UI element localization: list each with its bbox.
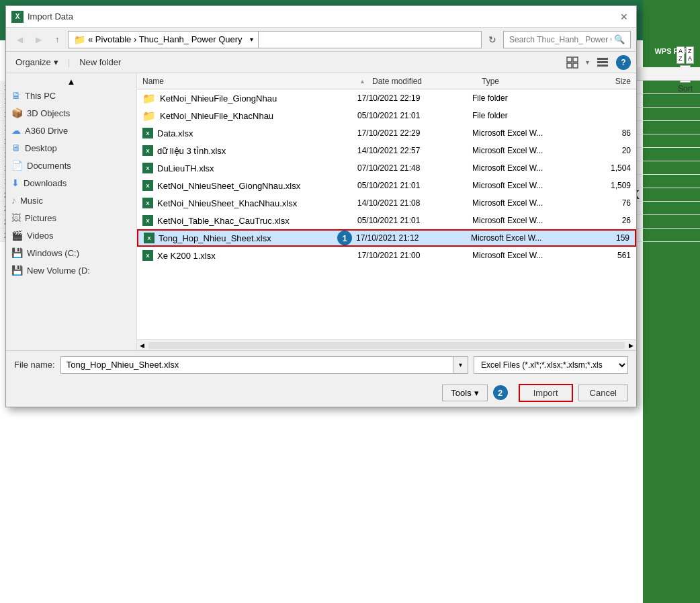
file-row[interactable]: X Xe K200 1.xlsx 17/10/2021 21:00 Micros… — [137, 247, 636, 264]
sidebar-item-a360-drive[interactable]: ☁A360 Drive — [6, 122, 136, 139]
file-name: KetNoi_NhieuFile_KhacNhau — [160, 111, 353, 121]
sidebar-item-pictures[interactable]: 🖼Pictures — [6, 209, 136, 227]
view-dropdown[interactable]: ▾ — [586, 58, 589, 66]
new-volume-icon: 💾 — [11, 265, 23, 276]
file-row[interactable]: X KetNoi_Table_Khac_CauTruc.xlsx 05/10/2… — [137, 212, 636, 229]
file-name: KetNoi_Table_Khac_CauTruc.xlsx — [157, 216, 353, 226]
file-date: 05/10/2021 21:01 — [357, 111, 468, 120]
cancel-button[interactable]: Cancel — [578, 385, 628, 401]
sidebar-item-music[interactable]: ♪Music — [6, 192, 136, 209]
sidebar-item-desktop[interactable]: 🖥Desktop — [6, 139, 136, 157]
help-button[interactable]: ? — [616, 55, 631, 70]
file-date: 17/10/2021 21:12 — [356, 233, 467, 243]
badge-1: 1 — [337, 231, 352, 245]
toolbar-separator: | — [68, 57, 70, 67]
filename-input[interactable] — [60, 356, 453, 374]
sidebar-item-3d-objects[interactable]: 📦3D Objects — [6, 104, 136, 122]
refresh-button[interactable]: ↻ — [484, 32, 500, 48]
sidebar-scroll-up[interactable]: ▲ — [6, 76, 136, 87]
search-icon: 🔍 — [614, 34, 625, 44]
file-size: 26 — [577, 216, 631, 225]
filetype-select[interactable]: Excel Files (*.xl*;*.xlsx;*.xlsm;*.xls — [474, 356, 628, 374]
horizontal-scrollbar[interactable]: ◀ ▶ — [137, 339, 636, 350]
file-date: 07/10/2021 21:48 — [357, 163, 468, 173]
pictures-icon: 🖼 — [11, 212, 21, 223]
sidebar-label-pictures: Pictures — [25, 213, 56, 223]
nav-bar: ◀ ▶ ↑ 📁 « Pivotable › Thuc_Hanh_ Power Q… — [6, 28, 636, 52]
file-row[interactable]: X KetNoi_NhieuSheet_GiongNhau.xlsx 05/10… — [137, 177, 636, 194]
file-type: Microsoft Excel W... — [472, 181, 573, 190]
a360-icon: ☁ — [11, 125, 21, 136]
excel-file-icon: X — [142, 215, 153, 226]
file-type: File folder — [472, 111, 573, 120]
file-list-header: Name ▲ Date modified Type Size — [137, 73, 636, 89]
filename-dropdown[interactable]: ▾ — [453, 356, 468, 374]
sidebar-label-this-pc: This PC — [25, 91, 56, 101]
filename-input-wrap: ▾ — [60, 356, 468, 374]
file-name: KetNoi_NhieuSheet_GiongNhau.xlsx — [157, 181, 353, 191]
view-button[interactable] — [563, 54, 582, 71]
search-input[interactable] — [509, 35, 611, 44]
details-view-button[interactable] — [593, 54, 612, 71]
excel-file-icon: X — [142, 163, 153, 173]
excel-file-icon: X — [142, 198, 153, 208]
file-row[interactable]: X KetNoi_NhieuSheet_KhacNhau.xlsx 14/10/… — [137, 194, 636, 212]
file-row[interactable]: 📁 KetNoi_NhieuFile_KhacNhau 05/10/2021 2… — [137, 107, 636, 124]
music-icon: ♪ — [11, 195, 16, 206]
file-type: Microsoft Excel W... — [472, 163, 573, 173]
back-button[interactable]: ◀ — [11, 32, 28, 48]
tools-label: Tools — [451, 388, 471, 398]
import-label: Import — [533, 388, 558, 398]
column-name-header[interactable]: Name — [142, 77, 359, 86]
excel-file-icon: X — [142, 145, 153, 156]
toolbar-left: Organize ▾ | New folder — [11, 56, 125, 69]
folder-icon: 📁 — [142, 92, 156, 105]
organize-button[interactable]: Organize ▾ — [11, 56, 62, 69]
column-size-header[interactable]: Size — [577, 77, 631, 86]
svg-rect-2 — [567, 63, 572, 68]
new-folder-button[interactable]: New folder — [75, 56, 125, 69]
this-pc-icon: 🖥 — [11, 90, 21, 101]
file-date: 17/10/2021 21:00 — [357, 251, 468, 260]
file-row[interactable]: X Tong_Hop_Nhieu_Sheet.xlsx 1 17/10/2021… — [137, 229, 636, 247]
sidebar-item-new-volume-d[interactable]: 💾New Volume (D: — [6, 262, 136, 279]
sidebar-label-new-volume-d: New Volume (D: — [27, 266, 90, 276]
sort-az-icon[interactable]: AZ — [676, 46, 685, 64]
sidebar-item-documents[interactable]: 📄Documents — [6, 157, 136, 174]
breadcrumb[interactable]: 📁 « Pivotable › Thuc_Hanh_ Power Query ▾ — [68, 31, 482, 48]
sidebar-item-windows-c[interactable]: 💾Windows (C:) — [6, 244, 136, 262]
file-type: Microsoft Excel W... — [472, 128, 573, 138]
file-row[interactable]: X Data.xlsx 17/10/2021 22:29 Microsoft E… — [137, 124, 636, 142]
column-type-header[interactable]: Type — [476, 77, 577, 86]
sidebar-item-videos[interactable]: 🎬Videos — [6, 227, 136, 244]
file-row[interactable]: X dữ liệu 3 tỉnh.xlsx 14/10/2021 22:57 M… — [137, 142, 636, 159]
sort-za-icon[interactable]: ZA — [686, 46, 694, 64]
windows-c-icon: 💾 — [11, 247, 23, 258]
folder-icon: 📁 — [74, 34, 85, 45]
file-date: 05/10/2021 21:01 — [357, 181, 468, 190]
excel-file-icon: X — [142, 128, 153, 138]
search-bar[interactable]: 🔍 — [503, 31, 631, 48]
downloads-icon: ⬇ — [11, 177, 19, 188]
sidebar-item-this-pc[interactable]: 🖥This PC — [6, 87, 136, 104]
organize-arrow: ▾ — [54, 57, 58, 67]
file-list: Name ▲ Date modified Type Size 📁 KetNoi_… — [137, 73, 636, 350]
scroll-right-arrow[interactable]: ▶ — [626, 342, 636, 349]
file-row[interactable]: X DuLieuTH.xlsx 07/10/2021 21:48 Microso… — [137, 159, 636, 177]
file-row[interactable]: 📁 KetNoi_NhieuFile_GiongNhau 17/10/2021 … — [137, 89, 636, 107]
breadcrumb-dropdown[interactable]: ▾ — [245, 31, 259, 48]
sidebar-label-documents: Documents — [27, 161, 71, 171]
tools-button[interactable]: Tools ▾ — [442, 385, 487, 401]
import-button[interactable]: Import — [519, 384, 573, 402]
column-date-header[interactable]: Date modified — [365, 77, 476, 86]
scroll-left-arrow[interactable]: ◀ — [137, 342, 147, 349]
details-view-icon — [597, 56, 609, 69]
forward-button[interactable]: ▶ — [30, 32, 46, 48]
sidebar-item-downloads[interactable]: ⬇Downloads — [6, 174, 136, 192]
close-button[interactable]: ✕ — [617, 10, 631, 24]
file-type: File folder — [472, 93, 573, 103]
toolbar-right: ▾ ? — [563, 54, 631, 71]
scroll-track[interactable] — [148, 342, 625, 349]
up-button[interactable]: ↑ — [49, 32, 65, 48]
file-date: 17/10/2021 22:19 — [357, 93, 468, 103]
